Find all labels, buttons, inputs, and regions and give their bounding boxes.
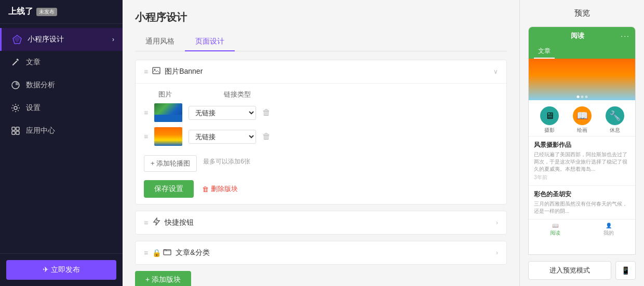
- phone-icon: 📱: [621, 266, 630, 275]
- add-carousel-button[interactable]: + 添加轮播图: [144, 155, 197, 172]
- table-header: 图片 链接类型: [144, 90, 498, 103]
- row-drag-icon-2[interactable]: ≡: [144, 132, 148, 141]
- sidebar: 上线了 未发布 小程序设计 › 文章 数据分析 设置: [0, 0, 123, 286]
- app-title: 上线了: [8, 6, 33, 17]
- svg-rect-6: [12, 131, 15, 134]
- sidebar-item-settings[interactable]: 设置: [0, 97, 123, 119]
- link-type-select-1[interactable]: 无链接: [189, 106, 256, 120]
- chevron-right-icon-articles: ›: [496, 249, 498, 256]
- svg-rect-7: [16, 131, 19, 134]
- article-1-title: 风景摄影作品: [534, 141, 630, 149]
- preview-icon-painting: 📖 绘画: [573, 106, 592, 134]
- lightning-icon: [152, 217, 160, 228]
- rest-icon-label: 休息: [610, 127, 620, 134]
- drag-icon: ≡: [144, 67, 148, 76]
- chart-icon: [10, 80, 21, 90]
- col-header-link: 链接类型: [224, 90, 251, 99]
- main-content: 小程序设计 通用风格 页面设计 ≡ 图片Banner ∨ 图片 链接类型: [123, 0, 519, 286]
- banner-dot-2: [581, 96, 583, 98]
- preview-article-2: 彩色的圣胡安 三月的西雅图虽然没有任何春天的气候，还是一样的阴...: [529, 185, 635, 219]
- painting-icon-label: 绘画: [577, 127, 587, 134]
- folder-icon: [163, 248, 171, 258]
- book-icon: 📖: [552, 223, 558, 228]
- panel-banner: ≡ 图片Banner ∨ 图片 链接类型 ≡ 无链接: [135, 60, 507, 205]
- delete-block-label: 删除版块: [211, 184, 238, 194]
- panel-shortcut: ≡ 快捷按钮 ›: [135, 211, 507, 235]
- photography-icon-circle: 🖥: [540, 106, 559, 125]
- sidebar-footer: ✈ 立即发布: [0, 253, 123, 286]
- preview-article-1: 风景摄影作品 已经玩遍了美国西部，阿拉斯加也去过了两次，于是这次毕业旅行选择了稳…: [529, 136, 635, 185]
- preview-phone: 阅读 ··· 文章 🖥 摄影 📖: [528, 26, 636, 255]
- delete-row-icon-2[interactable]: 🗑: [262, 132, 271, 141]
- row-drag-icon[interactable]: ≡: [144, 108, 148, 117]
- panel-articles-header[interactable]: ≡ 🔒 文章&分类 ›: [136, 241, 506, 264]
- edit-icon: [10, 57, 21, 67]
- sidebar-item-analytics[interactable]: 数据分析: [0, 74, 123, 97]
- preview-nav-title: 阅读: [571, 31, 584, 40]
- article-1-desc: 已经玩遍了美国西部，阿拉斯加也去过了两次，于是这次毕业旅行选择了稳记了很久的夏威…: [534, 151, 630, 173]
- panel-shortcut-header[interactable]: ≡ 快捷按钮 ›: [136, 211, 506, 234]
- app-badge: 未发布: [36, 8, 57, 16]
- image-thumb-2[interactable]: [154, 127, 182, 146]
- panel-banner-body: 图片 链接类型 ≡ 无链接 🗑 ≡ 无链接: [136, 83, 506, 204]
- preview-nav-bar: 阅读 ···: [529, 27, 635, 45]
- panel-shortcut-title: 快捷按钮: [165, 218, 496, 227]
- panel-articles-title: 文章&分类: [176, 248, 496, 257]
- chevron-right-icon-shortcut: ›: [496, 219, 498, 226]
- banner-dot-1: [576, 96, 579, 98]
- preview-bottom-reading: 📖 阅读: [529, 223, 582, 237]
- panel-banner-title: 图片Banner: [165, 67, 493, 76]
- preview-mode-button[interactable]: 进入预览模式: [528, 261, 611, 280]
- preview-banner-dots: [576, 96, 587, 98]
- table-row: ≡ 无链接 🗑: [144, 127, 498, 146]
- sidebar-item-articles-label: 文章: [26, 58, 41, 67]
- svg-rect-4: [12, 127, 15, 130]
- action-bar: 保存设置 🗑 删除版块: [144, 180, 498, 198]
- sidebar-header: 上线了 未发布: [0, 0, 123, 24]
- add-row: + 添加轮播图 最多可以添加6张: [144, 151, 498, 172]
- sidebar-item-app-center[interactable]: 应用中心: [0, 119, 123, 142]
- preview-icon-rest: 🔧 休息: [606, 106, 624, 134]
- main-header: 小程序设计 通用风格 页面设计: [123, 0, 519, 51]
- sidebar-item-articles[interactable]: 文章: [0, 51, 123, 74]
- link-type-select-2[interactable]: 无链接: [189, 130, 256, 144]
- panel-banner-header[interactable]: ≡ 图片Banner ∨: [136, 60, 506, 83]
- preview-tab-articles[interactable]: 文章: [534, 45, 555, 59]
- gear-icon: [10, 103, 21, 113]
- sidebar-item-mini-program[interactable]: 小程序设计 ›: [0, 28, 123, 51]
- sidebar-item-app-center-label: 应用中心: [26, 126, 55, 135]
- image-icon: [152, 66, 160, 77]
- sidebar-item-mini-program-label: 小程序设计: [28, 35, 64, 44]
- preview-tabs-bar: 文章: [529, 45, 635, 59]
- delete-row-icon-1[interactable]: 🗑: [262, 108, 271, 117]
- preview-bottom-mine-label: 我的: [603, 229, 614, 237]
- preview-phone-button[interactable]: 📱: [615, 261, 636, 280]
- preview-nav-dots: ···: [621, 32, 630, 40]
- drag-icon-shortcut: ≡: [144, 219, 148, 227]
- sidebar-nav: 小程序设计 › 文章 数据分析 设置 应用中心: [0, 24, 123, 253]
- publish-button[interactable]: ✈ 立即发布: [6, 260, 116, 280]
- delete-block-button[interactable]: 🗑 删除版块: [202, 184, 238, 194]
- tab-general[interactable]: 通用风格: [135, 33, 185, 51]
- article-1-time: 3年前: [534, 174, 630, 181]
- preview-icon-photography: 🖥 摄影: [540, 106, 559, 134]
- save-button[interactable]: 保存设置: [144, 180, 194, 198]
- preview-bottom-bar: 📖 阅读 👤 我的: [529, 219, 635, 240]
- page-title: 小程序设计: [135, 10, 507, 24]
- sidebar-item-settings-label: 设置: [26, 103, 41, 113]
- preview-footer: 进入预览模式 📱: [520, 255, 644, 286]
- add-block-button[interactable]: + 添加版块: [135, 271, 191, 286]
- sidebar-item-analytics-label: 数据分析: [26, 80, 55, 90]
- trash-icon: 🗑: [202, 185, 209, 193]
- tab-page-design[interactable]: 页面设计: [185, 33, 235, 51]
- preview-title: 预览: [520, 0, 644, 26]
- preview-bottom-mine: 👤 我的: [582, 223, 636, 237]
- chevron-right-icon: ›: [112, 36, 114, 43]
- image-thumb-1[interactable]: [154, 103, 182, 122]
- rest-icon: 🔧: [609, 110, 621, 121]
- col-header-image: 图片: [158, 90, 172, 99]
- tabs-bar: 通用风格 页面设计: [135, 33, 507, 51]
- panel-articles: ≡ 🔒 文章&分类 ›: [135, 241, 507, 265]
- lock-icon: 🔒: [152, 249, 161, 257]
- drag-icon-articles: ≡: [144, 249, 148, 257]
